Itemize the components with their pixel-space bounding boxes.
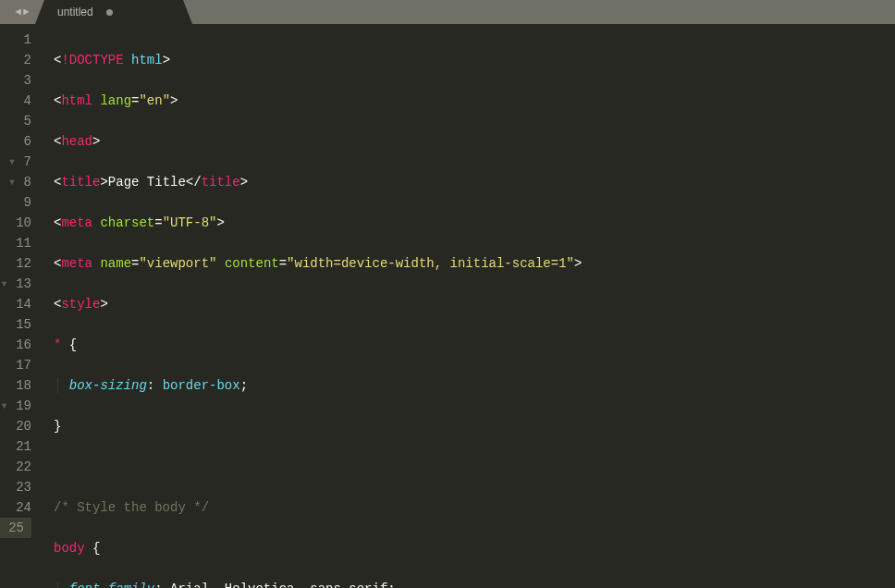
code-line[interactable]: <meta charset="UTF-8"> [54,213,895,233]
code-line[interactable]: <meta name="viewport" content="width=dev… [54,253,895,274]
fold-icon[interactable]: ▾ [0,398,16,413]
line-number: 15 [0,314,31,335]
line-number: 23 [0,477,31,497]
fold-icon[interactable]: ▾ [8,175,24,190]
line-number: 10 [0,213,31,233]
dirty-indicator-icon [106,9,113,16]
code-line[interactable]: } [54,416,895,436]
code-line[interactable]: /* Style the body */ [54,497,895,518]
code-area[interactable]: <!DOCTYPE html> <html lang="en"> <head> … [44,24,895,588]
line-gutter: 1 2 3 4 5 6 ▾ 7 ▾ 8 9 10 11 12 ▾ 13 14 1… [0,24,44,588]
line-number: 3 [0,70,31,91]
line-number: ▾ 19 [0,396,31,416]
line-number: 2 [0,50,31,70]
code-line[interactable]: <title>Page Title</title> [54,172,895,192]
line-number: 6 [0,131,31,152]
code-line[interactable]: <html lang="en"> [54,91,895,111]
line-number: 20 [0,416,31,436]
line-number: 14 [0,294,31,314]
line-number: 5 [0,111,31,131]
code-line[interactable]: <style> [54,294,895,314]
line-number: 25 [0,518,31,538]
nav-forward-icon[interactable]: ► [23,6,30,18]
line-number: 16 [0,335,31,355]
code-line[interactable]: * { [54,335,895,355]
tab-bar: ◄ ► untitled [0,0,895,24]
code-line[interactable]: <head> [54,131,895,152]
line-number: ▾ 7 [0,152,31,172]
line-number: 18 [0,375,31,396]
line-number: 9 [0,192,31,213]
line-number: 22 [0,457,31,477]
file-tab[interactable]: untitled [44,0,183,24]
line-number: 24 [0,497,31,518]
line-number: 17 [0,355,31,375]
nav-back-icon[interactable]: ◄ [15,6,21,18]
tab-title: untitled [57,6,93,18]
code-line[interactable]: body { [54,538,895,558]
code-line[interactable]: │ font-family: Arial, Helvetica, sans-se… [54,579,895,588]
line-number: 1 [0,30,31,50]
code-line[interactable] [54,457,895,477]
line-number: 12 [0,253,31,274]
editor: 1 2 3 4 5 6 ▾ 7 ▾ 8 9 10 11 12 ▾ 13 14 1… [0,24,895,588]
line-number: ▾ 8 [0,172,31,192]
code-line[interactable]: <!DOCTYPE html> [54,50,895,70]
line-number: 21 [0,436,31,457]
line-number: ▾ 13 [0,274,31,294]
code-line[interactable]: │ box-sizing: border-box; [54,375,895,396]
line-number: 11 [0,233,31,253]
fold-icon[interactable]: ▾ [8,154,24,169]
fold-icon[interactable]: ▾ [0,276,16,291]
line-number: 4 [0,91,31,111]
